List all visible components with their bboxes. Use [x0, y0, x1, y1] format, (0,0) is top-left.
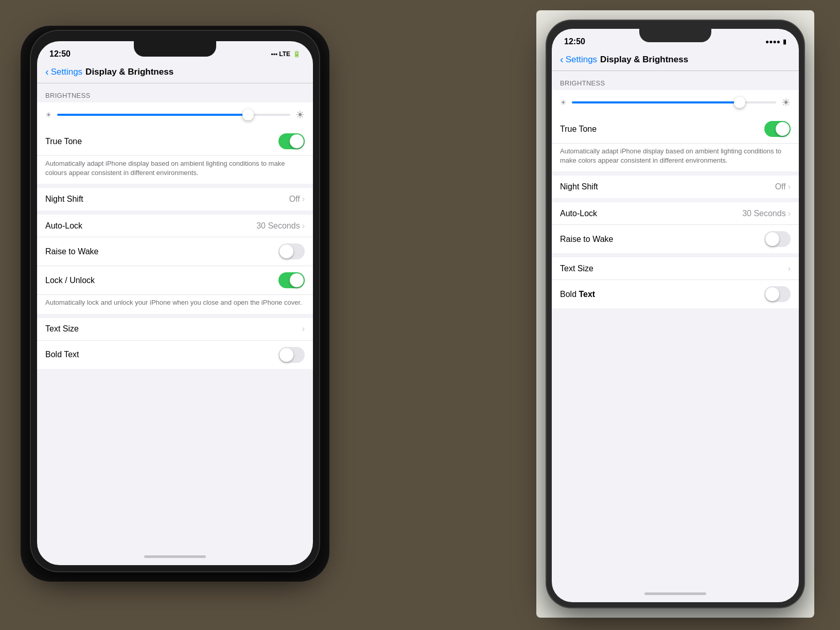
home-indicator-right — [644, 592, 706, 595]
true-tone-desc-left: Automatically adapt iPhone display based… — [37, 156, 313, 184]
time-right: 12:50 — [564, 37, 585, 46]
text-size-chevron-left: › — [302, 324, 305, 334]
nav-title-right: Display & Brightness — [600, 55, 688, 65]
text-card-left: Text Size › Bold Text — [37, 318, 313, 369]
night-shift-value-right: Off › — [775, 182, 791, 191]
raise-to-wake-toggle-right[interactable] — [764, 231, 791, 247]
back-label-right: Settings — [566, 55, 597, 65]
true-tone-row-right: True Tone — [552, 115, 799, 144]
lock-card-right: Auto-Lock 30 Seconds › Raise to Wake — [552, 202, 799, 253]
phone-left-screen: 12:50 ▪▪▪ LTE 🔋 ‹ Settings Display & Bri… — [37, 41, 313, 565]
back-button-right[interactable]: ‹ Settings — [560, 54, 597, 65]
brightness-header-right: BRIGHTNESS — [552, 71, 799, 90]
auto-lock-value-left: 30 Seconds › — [256, 221, 305, 231]
true-tone-thumb-right — [776, 122, 790, 136]
auto-lock-label-right: Auto-Lock — [560, 209, 742, 218]
brightness-fill-right — [572, 101, 740, 103]
night-shift-card-right: Night Shift Off › — [552, 176, 799, 198]
text-size-value-right: › — [788, 264, 791, 273]
raise-to-wake-toggle-left[interactable] — [278, 243, 305, 259]
text-size-value-left: › — [302, 324, 305, 334]
true-tone-toggle-right[interactable] — [764, 121, 791, 137]
raise-to-wake-thumb-left — [279, 244, 293, 258]
lock-unlock-thumb-left — [290, 273, 304, 287]
bold-text-thumb-left — [279, 348, 293, 362]
back-label-left: Settings — [51, 67, 82, 77]
night-shift-row-right[interactable]: Night Shift Off › — [552, 176, 799, 198]
status-icons-left: ▪▪▪ LTE 🔋 — [271, 50, 301, 58]
status-icons-right: ●●●● ▮ — [765, 38, 786, 45]
battery-right: ▮ — [783, 38, 786, 45]
brightness-header-left: BRIGHTNESS — [37, 83, 313, 102]
brightness-track-right[interactable] — [572, 101, 776, 103]
night-shift-chevron-right: › — [788, 182, 791, 191]
text-card-right: Text Size › Bold Text — [552, 257, 799, 308]
text-size-row-left[interactable]: Text Size › — [37, 318, 313, 341]
time-left: 12:50 — [49, 49, 71, 59]
lock-unlock-desc-left: Automatically lock and unlock your iPhon… — [37, 295, 313, 313]
true-tone-toggle-left[interactable] — [278, 133, 305, 149]
night-shift-label-left: Night Shift — [45, 195, 289, 204]
phone-right-screen: 12:50 ●●●● ▮ ‹ Settings Display & Bright… — [552, 29, 799, 602]
auto-lock-value-right: 30 Seconds › — [742, 209, 791, 218]
bold-text-toggle-left[interactable] — [278, 347, 305, 363]
raise-to-wake-label-left: Raise to Wake — [45, 247, 278, 256]
auto-lock-label-left: Auto-Lock — [45, 221, 256, 231]
night-shift-chevron-left: › — [302, 195, 305, 204]
lock-unlock-toggle-left[interactable] — [278, 272, 305, 288]
brightness-card-right: ☀ ☀ True Tone Automatically adapt iPhone… — [552, 90, 799, 171]
nav-bar-left: ‹ Settings Display & Brightness — [37, 64, 313, 83]
signal-right: ●●●● — [765, 38, 780, 45]
brightness-card-left: ☀ ☀ True Tone Automatically adapt iPhone… — [37, 102, 313, 184]
raise-to-wake-label-right: Raise to Wake — [560, 235, 764, 244]
brightness-slider-row-left[interactable]: ☀ ☀ — [37, 102, 313, 127]
text-size-row-right[interactable]: Text Size › — [552, 257, 799, 280]
night-shift-card-left: Night Shift Off › — [37, 188, 313, 211]
night-shift-value-text-left: Off — [289, 195, 300, 204]
night-shift-value-text-right: Off — [775, 182, 786, 191]
nav-bar-right: ‹ Settings Display & Brightness — [552, 51, 799, 71]
nav-title-left: Display & Brightness — [85, 67, 173, 77]
brightness-thumb-right[interactable] — [734, 97, 745, 108]
bold-text-label-left: Bold Text — [45, 350, 278, 359]
auto-lock-value-text-left: 30 Seconds — [256, 221, 300, 231]
night-shift-row-left[interactable]: Night Shift Off › — [37, 188, 313, 211]
bold-text-row-left: Bold Text — [37, 341, 313, 369]
notch-left — [134, 41, 216, 57]
bold-text-thumb-right — [765, 287, 779, 301]
brightness-thumb-left[interactable] — [242, 109, 254, 120]
home-indicator-left — [144, 555, 206, 558]
text-size-label-left: Text Size — [45, 324, 302, 334]
true-tone-label-right: True Tone — [560, 125, 764, 134]
night-shift-label-right: Night Shift — [560, 182, 775, 191]
auto-lock-row-right[interactable]: Auto-Lock 30 Seconds › — [552, 202, 799, 225]
lock-unlock-label-left: Lock / Unlock — [45, 276, 278, 285]
raise-to-wake-row-right: Raise to Wake — [552, 225, 799, 253]
true-tone-desc-right: Automatically adapt iPhone display based… — [552, 144, 799, 171]
auto-lock-row-left[interactable]: Auto-Lock 30 Seconds › — [37, 215, 313, 237]
battery-left: 🔋 — [293, 50, 301, 58]
true-tone-label-left: True Tone — [45, 137, 278, 146]
auto-lock-chevron-right: › — [788, 209, 791, 218]
auto-lock-value-text-right: 30 Seconds — [742, 209, 786, 218]
bold-text-row-right: Bold Text — [552, 280, 799, 308]
sun-large-icon-left: ☀ — [295, 109, 305, 121]
true-tone-thumb-left — [290, 134, 304, 148]
back-chevron-right: ‹ — [560, 54, 564, 65]
brightness-slider-row-right[interactable]: ☀ ☀ — [552, 90, 799, 115]
text-size-label-right: Text Size — [560, 264, 788, 273]
lock-unlock-row-left: Lock / Unlock — [37, 266, 313, 295]
brightness-fill-left — [57, 114, 248, 116]
raise-to-wake-row-left: Raise to Wake — [37, 237, 313, 266]
bold-text-toggle-right[interactable] — [764, 286, 791, 302]
brightness-track-left[interactable] — [57, 114, 290, 116]
sun-small-icon-right: ☀ — [560, 98, 567, 107]
phone-left: 12:50 ▪▪▪ LTE 🔋 ‹ Settings Display & Bri… — [31, 31, 319, 571]
sun-small-icon-left: ☀ — [45, 111, 52, 119]
bold-text-label-right: Bold Text — [560, 290, 764, 299]
signal-left: ▪▪▪ LTE — [271, 50, 290, 58]
sun-large-icon-right: ☀ — [781, 96, 791, 109]
night-shift-value-left: Off › — [289, 195, 305, 204]
back-button-left[interactable]: ‹ Settings — [45, 66, 82, 78]
back-chevron-left: ‹ — [45, 66, 49, 78]
